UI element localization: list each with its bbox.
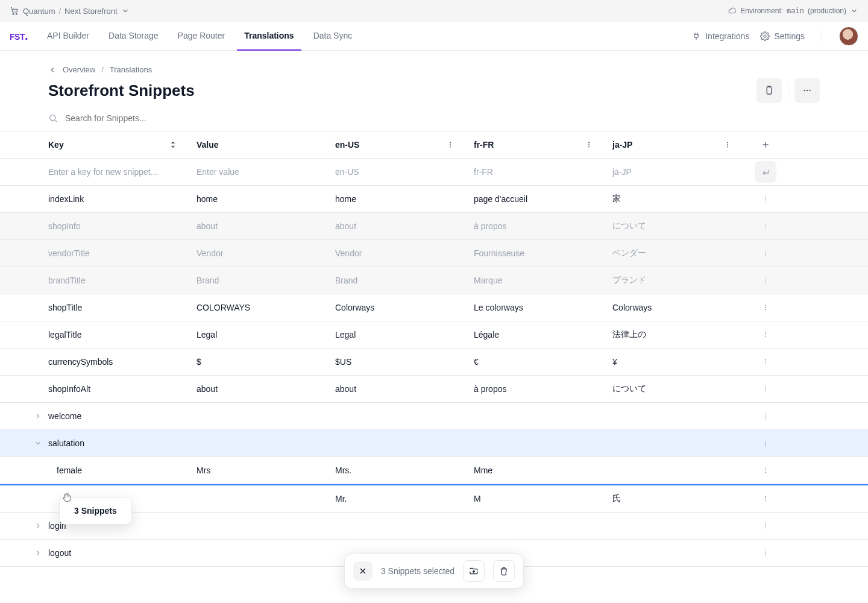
clipboard-button[interactable]	[756, 78, 782, 103]
snippet-locale[interactable]: 法律上の	[603, 323, 741, 346]
row-actions-button[interactable]	[741, 330, 790, 339]
row-actions-button[interactable]	[741, 549, 790, 557]
more-vertical-icon[interactable]	[761, 549, 770, 557]
snippet-key[interactable]: shopInfo	[48, 215, 187, 237]
more-vertical-icon[interactable]	[585, 140, 593, 149]
chevron-right-icon[interactable]	[34, 522, 42, 530]
more-vertical-icon[interactable]	[723, 140, 732, 149]
new-snippet-row[interactable]: Enter a key for new snippet... Enter val…	[0, 159, 868, 186]
snippet-value[interactable]: about	[187, 215, 326, 237]
snippet-key[interactable]: shopInfoAlt	[48, 378, 187, 400]
snippet-locale[interactable]	[603, 464, 741, 476]
snippet-locale[interactable]: Légale	[464, 324, 603, 346]
add-column-button[interactable]	[741, 140, 790, 150]
snippet-locale[interactable]: page d'accueil	[464, 188, 603, 210]
more-vertical-icon[interactable]	[761, 249, 770, 257]
app-logo[interactable]: fst.	[10, 29, 35, 43]
snippet-key[interactable]: indexLink	[48, 188, 187, 210]
snippet-locale[interactable]: à propos	[464, 215, 603, 237]
row-actions-button[interactable]	[741, 249, 790, 257]
snippet-locale[interactable]: Colorways	[603, 297, 741, 318]
snippet-locale[interactable]: Legal	[326, 324, 464, 346]
row-actions-button[interactable]	[741, 222, 790, 230]
snippet-value[interactable]: Brand	[187, 270, 326, 291]
nav-tab-translations[interactable]: Translations	[237, 22, 301, 51]
row-actions-button[interactable]	[741, 522, 790, 530]
snippet-locale[interactable]: about	[326, 215, 464, 237]
snippet-locale[interactable]: Marque	[464, 270, 603, 291]
group-key[interactable]: welcome	[48, 405, 741, 427]
snippet-value[interactable]: Vendor	[187, 242, 326, 264]
row-actions-button[interactable]	[741, 439, 790, 447]
chevron-down-icon[interactable]	[34, 439, 42, 447]
new-locale-input[interactable]: en-US	[326, 161, 464, 183]
submit-new-snippet-button[interactable]	[755, 161, 776, 183]
snippet-locale[interactable]: Fournisseuse	[464, 242, 603, 264]
snippet-key[interactable]: female	[48, 459, 187, 481]
table-row[interactable]: femaleMrsMrs.Mme	[0, 457, 868, 484]
chevron-left-icon[interactable]	[48, 66, 57, 74]
more-vertical-icon[interactable]	[761, 195, 770, 203]
nav-tab-data-sync[interactable]: Data Sync	[306, 22, 360, 51]
nav-tab-page-router[interactable]: Page Router	[171, 22, 233, 51]
table-row[interactable]: currencySymbols$$US€¥	[0, 349, 868, 376]
sort-icon[interactable]	[169, 140, 177, 149]
new-key-input[interactable]: Enter a key for new snippet...	[48, 161, 187, 183]
group-key[interactable]: salutation	[48, 432, 741, 454]
more-vertical-icon[interactable]	[761, 385, 770, 393]
nav-tab-data-storage[interactable]: Data Storage	[101, 22, 166, 51]
snippet-key[interactable]: shopTitle	[48, 297, 187, 318]
chevron-right-icon[interactable]	[34, 549, 42, 557]
new-value-input[interactable]: Enter value	[187, 161, 326, 183]
snippet-locale[interactable]: à propos	[464, 378, 603, 400]
move-selection-button[interactable]	[463, 560, 485, 582]
snippet-locale[interactable]: M	[464, 488, 603, 510]
table-row[interactable]: shopInfoAltaboutaboutà proposについて	[0, 376, 868, 403]
more-vertical-icon[interactable]	[761, 439, 770, 447]
group-key[interactable]: login	[48, 515, 741, 537]
snippet-locale[interactable]: Mrs.	[326, 459, 464, 481]
snippet-locale[interactable]: €	[464, 351, 603, 373]
snippet-value[interactable]: Mrs	[187, 459, 326, 481]
more-vertical-icon[interactable]	[761, 494, 770, 503]
table-row[interactable]: shopInfoaboutaboutà proposについて	[0, 213, 868, 240]
snippet-locale[interactable]: home	[326, 188, 464, 210]
column-value[interactable]: Value	[187, 134, 326, 156]
snippet-locale[interactable]: Mr.	[326, 488, 464, 510]
new-locale-input[interactable]: ja-JP	[603, 161, 741, 183]
table-row[interactable]: shopTitleCOLORWAYSColorwaysLe colorwaysC…	[0, 294, 868, 321]
snippet-locale[interactable]: について	[603, 215, 741, 238]
more-vertical-icon[interactable]	[761, 303, 770, 312]
snippet-value[interactable]	[187, 493, 326, 505]
snippet-value[interactable]: $	[187, 351, 326, 373]
more-vertical-icon[interactable]	[761, 330, 770, 339]
snippet-locale[interactable]: Brand	[326, 270, 464, 291]
snippet-value[interactable]: COLORWAYS	[187, 297, 326, 318]
more-vertical-icon[interactable]	[761, 412, 770, 420]
column-key[interactable]: Key	[48, 134, 187, 156]
breadcrumb-item[interactable]: Translations	[110, 65, 152, 74]
snippet-locale[interactable]: Mme	[464, 459, 603, 481]
more-vertical-icon[interactable]	[446, 140, 454, 149]
snippet-locale[interactable]: about	[326, 378, 464, 400]
more-vertical-icon[interactable]	[761, 276, 770, 285]
column-locale[interactable]: fr-FR	[464, 134, 603, 156]
row-actions-button[interactable]	[741, 412, 790, 420]
settings-link[interactable]: Settings	[760, 31, 805, 41]
more-vertical-icon[interactable]	[761, 222, 770, 230]
row-actions-button[interactable]	[741, 494, 790, 503]
snippet-locale[interactable]: 家	[603, 188, 741, 210]
more-vertical-icon[interactable]	[761, 358, 770, 366]
snippet-locale[interactable]: について	[603, 377, 741, 400]
group-row[interactable]: salutation	[0, 430, 868, 457]
env-name[interactable]: main	[787, 7, 804, 15]
snippet-key[interactable]: brandTitle	[48, 270, 187, 291]
row-actions-button[interactable]	[741, 195, 790, 203]
snippet-value[interactable]: Legal	[187, 324, 326, 346]
table-row[interactable]: vendorTitleVendorVendorFournisseuseベンダー	[0, 240, 868, 267]
avatar[interactable]	[839, 27, 858, 46]
snippet-locale[interactable]: $US	[326, 351, 464, 373]
breadcrumb-item[interactable]: Overview	[63, 65, 95, 74]
table-row[interactable]: indexLinkhomehomepage d'accueil家	[0, 186, 868, 213]
nav-tab-api-builder[interactable]: API Builder	[40, 22, 96, 51]
